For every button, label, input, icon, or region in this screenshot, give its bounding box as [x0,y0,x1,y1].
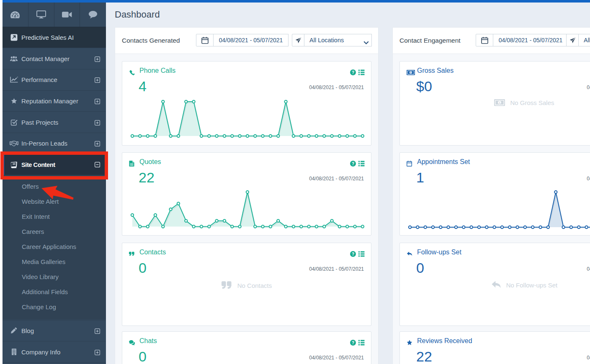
svg-text:?: ? [352,341,354,345]
svg-text:?: ? [352,161,354,166]
svg-text:?: ? [352,252,354,256]
svg-text:1: 1 [499,101,501,105]
svg-text:?: ? [352,70,354,75]
svg-text:1: 1 [410,71,412,74]
